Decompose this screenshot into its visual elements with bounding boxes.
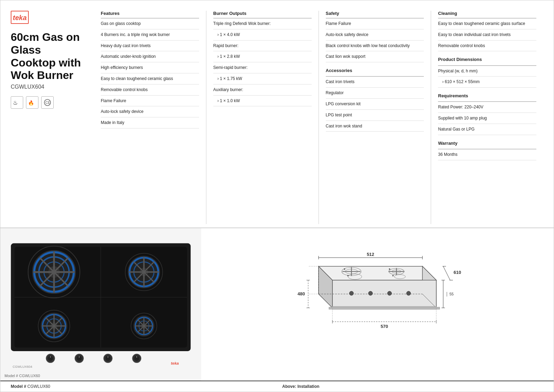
svg-text:512: 512 (367, 252, 374, 257)
safety-item: Cast lion wok support (326, 51, 424, 62)
brand-logo: teka (11, 11, 87, 24)
feature-item: 4 Burners inc. a triple ring wok burner (101, 29, 199, 41)
svg-point-75 (387, 291, 392, 295)
feature-item: Gas on glass cooktop (101, 18, 199, 29)
cleaning-column: Cleaning Easy to clean toughened ceramic… (431, 11, 543, 224)
safety-column: Safety Flame Failure Auto-lock safety de… (319, 11, 431, 224)
bottom-area: teka CGWLUX604 Model # CGWLUX60 (0, 228, 554, 381)
svg-line-91 (443, 266, 450, 280)
warranty-header: Warranty (438, 138, 536, 149)
logo-box: teka (11, 11, 29, 24)
footer-left: Model # CGWLUX60 (11, 384, 272, 389)
cleaning-header: Cleaning (438, 11, 536, 18)
warranty-item: 36 Months (438, 149, 536, 160)
page-wrapper: teka 60cm Gas on Glass Cooktop with Wok … (0, 0, 554, 392)
dimensions-section: 512 610 │ 55 570 (201, 228, 554, 381)
cert-icon-1: ♨ (11, 96, 23, 109)
product-title: 60cm Gas on Glass Cooktop with Wok Burne… (11, 31, 87, 82)
burner-item: Auxiliary burner: (213, 84, 312, 96)
svg-text:CGWLUX604: CGWLUX604 (13, 365, 33, 368)
dimension-drawing: 512 610 │ 55 570 (291, 239, 464, 370)
footer-model-label: Model # (11, 384, 26, 389)
accessories-header: Accessories (326, 65, 424, 77)
svg-point-73 (349, 291, 354, 295)
model-label-bottom: Model # CGWLUX60 (5, 374, 40, 378)
product-model: CGWLUX604 (11, 84, 87, 90)
burner-item: › 1 × 1.0 kW (213, 96, 312, 107)
cooktop-image-svg: teka CGWLUX604 (7, 235, 194, 374)
feature-item: Heavy duty cast iron trivets (101, 41, 199, 52)
feature-item: Easy to clean toughened ceramic glass (101, 73, 199, 84)
svg-rect-86 (329, 307, 440, 309)
burner-item: › 1 × 4.0 kW (213, 29, 312, 41)
burner-item: Triple ring Defendi Wok burner: (213, 18, 312, 29)
svg-text:♨: ♨ (13, 100, 18, 106)
requirement-item: Supplied with 10 amp plug (438, 113, 536, 124)
page-footer: Model # CGWLUX60 Above: Installation (0, 381, 554, 392)
cleaning-item: Easy to clean toughened ceramic glass su… (438, 18, 536, 29)
cleaning-item: Removable control knobs (438, 41, 536, 52)
left-panel: teka 60cm Gas on Glass Cooktop with Wok … (11, 11, 94, 224)
dimensions-header: Product Dimensions (438, 54, 536, 65)
feature-item: High efficiency burners (101, 62, 199, 73)
cert-icon-3: CE (41, 96, 54, 109)
safety-item: Flame Failure (326, 18, 424, 29)
feature-item: Automatic under-knob ignition (101, 51, 199, 62)
dimension-svg: 512 610 │ 55 570 (291, 239, 464, 370)
accessory-item: LPG conversion kit (326, 99, 424, 110)
footer-right: Above: Installation (272, 384, 543, 389)
accessory-item: Regulator (326, 88, 424, 99)
burner-outputs-header: Burner Outputs (213, 11, 312, 18)
features-column: Features Gas on glass cooktop 4 Burners … (94, 11, 206, 224)
svg-text:570: 570 (381, 324, 388, 329)
svg-text:│ 55: │ 55 (446, 292, 454, 297)
requirement-item: Natural Gas or LPG (438, 124, 536, 135)
burner-outputs-column: Burner Outputs Triple ring Defendi Wok b… (206, 11, 319, 224)
burner-item: › 1 × 2.8 kW (213, 51, 312, 62)
product-image-section: teka CGWLUX604 Model # CGWLUX60 (0, 228, 201, 381)
dimension-item: Physical (w, d, h mm) (438, 66, 536, 77)
footer-model-value: CGWLUX60 (27, 384, 50, 389)
top-area: teka 60cm Gas on Glass Cooktop with Wok … (0, 0, 554, 228)
burner-item: Rapid burner: (213, 41, 312, 52)
requirements-header: Requirements (438, 90, 536, 102)
footer-right-label: Above: Installation (282, 384, 319, 389)
svg-point-74 (368, 291, 373, 295)
features-header: Features (101, 11, 199, 18)
svg-text:🔥: 🔥 (28, 100, 34, 106)
svg-text:CE: CE (45, 101, 50, 105)
svg-text:480: 480 (297, 291, 305, 296)
svg-text:teka: teka (13, 14, 27, 21)
cleaning-item: Easy to clean individual cast iron trive… (438, 29, 536, 41)
feature-item: Made in Italy (101, 117, 199, 128)
spec-columns: Features Gas on glass cooktop 4 Burners … (94, 11, 543, 224)
feature-item: Auto-lock safety device (101, 106, 199, 117)
accessory-item: Cast iron trivets (326, 77, 424, 88)
svg-point-79 (347, 275, 349, 276)
accessory-item: LPG test point (326, 110, 424, 121)
burner-item: Semi-rapid burner: (213, 62, 312, 73)
safety-item: Auto-lock safety device (326, 29, 424, 41)
svg-point-76 (406, 291, 411, 295)
feature-item: Flame Failure (101, 96, 199, 107)
svg-text:teka: teka (171, 361, 179, 365)
svg-point-77 (344, 268, 345, 270)
svg-marker-60 (319, 266, 436, 280)
safety-item: Black control knobs with low heat conduc… (326, 41, 424, 52)
cert-icons: ♨ 🔥 CE (11, 96, 87, 109)
svg-text:610: 610 (454, 270, 461, 275)
teka-logo-svg: teka (12, 12, 27, 22)
dimension-item: › 610 × 512 × 55mm (438, 77, 536, 88)
requirement-item: Rated Power: 220–240V (438, 102, 536, 113)
burner-item: › 1 × 1.75 kW (213, 73, 312, 84)
feature-item: Removable control knobs (101, 84, 199, 96)
safety-header: Safety (326, 11, 424, 18)
svg-point-78 (389, 268, 390, 270)
svg-point-80 (392, 275, 394, 276)
cert-icon-2: 🔥 (26, 96, 38, 109)
accessory-item: Cast iron wok stand (326, 121, 424, 132)
